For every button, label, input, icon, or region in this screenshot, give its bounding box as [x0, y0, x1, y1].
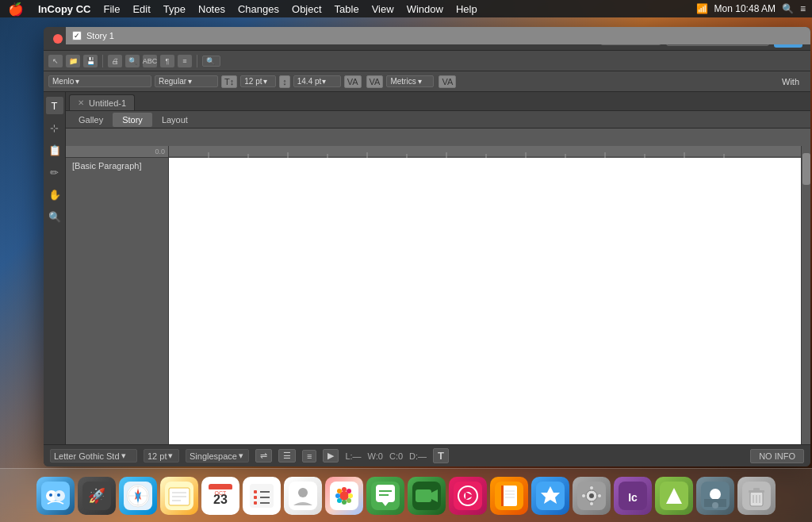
dock-facetime[interactable] [408, 477, 446, 515]
dock-photos[interactable] [325, 477, 363, 515]
svg-text:🚀: 🚀 [88, 487, 106, 505]
va-icon: VA [439, 75, 456, 88]
text-tool[interactable]: T [46, 97, 63, 114]
tab-layout[interactable]: Layout [152, 113, 197, 127]
menubar: 🍎 InCopy CC File Edit Type Notes Changes… [0, 0, 812, 17]
writing-ruler [169, 146, 801, 158]
dock-safari[interactable] [119, 477, 157, 515]
dock-launchpad2[interactable] [655, 477, 693, 515]
view-menu-item[interactable]: View [366, 3, 400, 15]
font-style-select[interactable]: Regular▾ [155, 75, 218, 87]
doc-tab-untitled[interactable]: ✕ Untitled-1 [69, 94, 135, 110]
right-scrollbar[interactable] [801, 146, 810, 444]
dock-appstore[interactable] [531, 477, 569, 515]
hand-tool[interactable]: ✋ [46, 186, 63, 203]
svg-point-56 [348, 493, 353, 498]
selection-tool[interactable]: ⊹ [46, 119, 63, 136]
frame-tool[interactable]: 📋 [46, 141, 63, 159]
object-menu-item[interactable]: Object [285, 3, 328, 15]
ruler-svg [169, 146, 801, 158]
content-area: ✓ Story 1 0.0 [Basic Paragraph] [66, 129, 810, 444]
paragraph-style-label: [Basic Paragraph] [66, 158, 168, 174]
search-text-icon[interactable]: 🔍 [125, 55, 140, 67]
search-icon[interactable]: 🔍 [782, 3, 794, 14]
dock-launchpad[interactable]: 🚀 [78, 477, 116, 515]
svg-rect-47 [254, 501, 257, 505]
leading-input[interactable]: 14.4 pt▾ [293, 75, 341, 87]
dock-calendar[interactable]: 23OCT [201, 477, 239, 515]
flow-icon-status[interactable]: ▶ [323, 449, 339, 463]
justify-icon-status[interactable]: ☰ [278, 449, 296, 463]
text-tool-status[interactable]: T [433, 448, 449, 463]
tab-close-icon[interactable]: ✕ [78, 98, 84, 107]
paragraph-icon[interactable]: ¶ [160, 55, 174, 67]
window-menu-item[interactable]: Window [400, 3, 450, 15]
apple-menu-icon[interactable]: 🍎 [0, 2, 32, 17]
left-toolbar: T ⊹ 📋 ✏ ✋ 🔍 [44, 92, 66, 444]
char-counter: C:0 [389, 451, 403, 461]
dock-photos2[interactable] [696, 477, 734, 515]
notes-menu-item[interactable]: Notes [192, 3, 232, 15]
doc-tabs: ✕ Untitled-1 [66, 92, 810, 111]
time-display: Mon 10:48 AM [714, 3, 776, 14]
svg-rect-42 [250, 484, 274, 508]
dock-notes[interactable] [160, 477, 198, 515]
tab-story[interactable]: Story [113, 113, 152, 127]
svg-point-90 [710, 489, 721, 500]
dock-trash[interactable] [737, 477, 776, 515]
toolbar2: Menlo▾ Regular▾ T↕ 12 pt▾ ↕ 14.4 pt▾ VA … [44, 71, 810, 92]
table-menu-item[interactable]: Table [328, 3, 366, 15]
svg-point-50 [298, 488, 308, 497]
svg-point-60 [347, 498, 351, 503]
font-family-select[interactable]: Menlo▾ [48, 75, 151, 87]
save-icon[interactable]: 💾 [83, 55, 98, 67]
app-menu-item[interactable]: InCopy CC [32, 3, 97, 15]
view-tabs: Galley Story Layout [66, 111, 810, 129]
open-file-icon[interactable]: 📁 [66, 55, 80, 67]
align-icon-status[interactable]: ⇌ [255, 449, 272, 463]
font-size-status[interactable]: 12 pt▾ [144, 449, 179, 463]
dock-reminders[interactable] [243, 477, 281, 515]
dock-ibooks[interactable] [490, 477, 528, 515]
dock-messages[interactable] [366, 477, 404, 515]
svg-point-55 [335, 493, 340, 498]
tab-label: Untitled-1 [89, 98, 126, 108]
type-menu-item[interactable]: Type [157, 3, 192, 15]
pencil-tool[interactable]: ✏ [46, 163, 63, 181]
help-menu-item[interactable]: Help [450, 3, 484, 15]
print-icon[interactable]: 🖨 [108, 55, 122, 67]
dock-finder[interactable] [36, 477, 75, 515]
no-info-button[interactable]: NO INFO [750, 449, 804, 463]
file-menu-item[interactable]: File [97, 3, 126, 15]
edit-menu-item[interactable]: Edit [126, 3, 156, 15]
changes-menu-item[interactable]: Changes [232, 3, 285, 15]
style-ruler: 0.0 [66, 146, 168, 158]
para-icon-status[interactable]: ≡ [302, 450, 316, 463]
dock-incopy[interactable]: Ic [614, 477, 652, 515]
dock-itunes[interactable] [449, 477, 487, 515]
dock-contacts[interactable] [284, 477, 322, 515]
align-icon[interactable]: ≡ [178, 55, 192, 67]
find-field[interactable]: 🔍 [202, 56, 220, 67]
control-center-icon[interactable]: ≡ [800, 3, 806, 14]
arrow-tool[interactable]: ↖ [48, 55, 63, 67]
scrollbar-thumb[interactable] [802, 153, 810, 185]
sep1 [102, 55, 103, 67]
spell-check-icon[interactable]: ABC [143, 55, 157, 67]
wifi-icon[interactable]: 📶 [696, 3, 708, 14]
svg-point-83 [582, 493, 586, 497]
font-family-status[interactable]: Letter Gothic Std▾ [50, 449, 137, 463]
close-button[interactable] [53, 34, 63, 44]
svg-rect-45 [254, 496, 257, 499]
toolbar1: ↖ 📁 💾 🖨 🔍 ABC ¶ ≡ 🔍 [44, 51, 810, 71]
svg-point-92 [712, 502, 718, 509]
metrics-select[interactable]: Metrics▾ [386, 75, 434, 87]
line-spacing-status[interactable]: Singlespace▾ [186, 449, 249, 463]
svg-point-82 [590, 501, 594, 505]
zoom-tool[interactable]: 🔍 [46, 208, 63, 225]
dock-system-preferences[interactable] [573, 477, 611, 515]
font-size-input[interactable]: 12 pt▾ [240, 75, 276, 87]
svg-point-20 [57, 493, 60, 497]
writing-content[interactable] [169, 158, 801, 444]
tab-galley[interactable]: Galley [69, 113, 113, 127]
